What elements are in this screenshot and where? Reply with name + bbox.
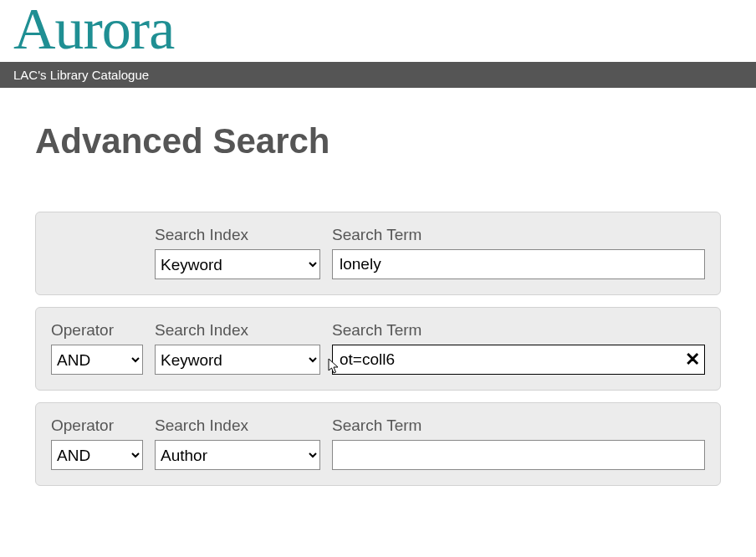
search-row: Operator AND Search Index Keyword Search… — [35, 307, 721, 391]
operator-label: Operator — [51, 321, 143, 340]
page-title: Advanced Search — [35, 121, 721, 161]
search-index-select[interactable]: Keyword — [155, 345, 320, 375]
search-row: Search Index Keyword Search Term — [35, 212, 721, 295]
search-term-label: Search Term — [332, 321, 705, 340]
operator-select[interactable]: AND — [51, 345, 143, 375]
brand-logo: Aurora — [13, 0, 743, 59]
operator-label: Operator — [51, 416, 143, 435]
menubar-title: LAC's Library Catalogue — [13, 68, 149, 82]
search-term-label: Search Term — [332, 226, 705, 244]
search-term-input[interactable] — [332, 345, 705, 375]
search-index-select[interactable]: Author — [155, 440, 320, 470]
clear-icon[interactable]: ✕ — [685, 349, 700, 370]
search-term-input[interactable] — [332, 440, 705, 470]
search-term-label: Search Term — [332, 416, 705, 435]
search-index-select[interactable]: Keyword — [155, 249, 320, 279]
search-index-label: Search Index — [155, 416, 320, 435]
search-index-label: Search Index — [155, 321, 320, 340]
menubar: LAC's Library Catalogue — [0, 62, 756, 88]
search-row: Operator AND Search Index Author Search … — [35, 402, 721, 486]
search-index-label: Search Index — [155, 226, 320, 244]
search-term-input[interactable] — [332, 249, 705, 279]
operator-select[interactable]: AND — [51, 440, 143, 470]
